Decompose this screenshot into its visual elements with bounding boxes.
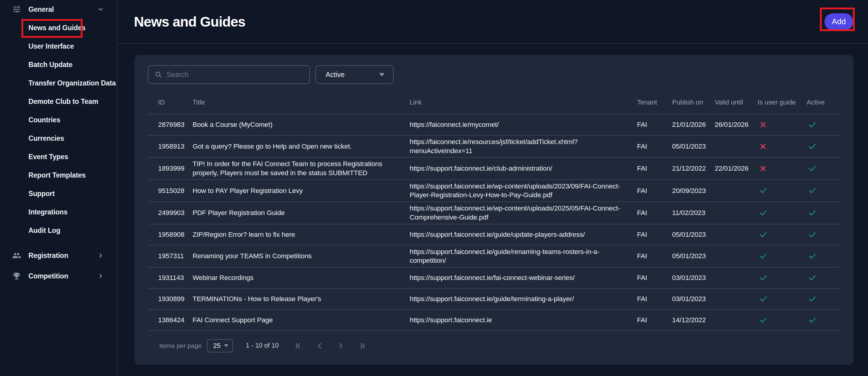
cell-link: https://support.faiconnect.ie bbox=[410, 316, 637, 324]
table-row[interactable]: 1386424 FAI Connect Support Page https:/… bbox=[148, 310, 840, 331]
add-button-wrapper: Add bbox=[825, 13, 853, 30]
sidebar-item-demote-club-to-team[interactable]: Demote Club to Team bbox=[0, 93, 117, 111]
table-row[interactable]: 2876983 Book a Course (MyComet) https://… bbox=[148, 114, 840, 136]
cell-link: https://support.faiconnect.ie/guide/rena… bbox=[410, 247, 637, 265]
next-page-button[interactable] bbox=[337, 342, 345, 350]
cell-title: Webinar Recordings bbox=[193, 273, 410, 282]
table-row[interactable]: 1930899 TERMINATIONs - How to Release Pl… bbox=[148, 289, 840, 310]
sidebar-item-batch-update[interactable]: Batch Update bbox=[0, 56, 117, 74]
cross-icon bbox=[759, 121, 767, 129]
page-size-select[interactable]: 25 bbox=[207, 339, 233, 352]
items-per-page-label: Items per page bbox=[159, 342, 202, 349]
cell-id: 1957311 bbox=[148, 251, 193, 261]
cell-title: Renaming your TEAMS in Competitions bbox=[193, 251, 410, 261]
first-page-icon bbox=[294, 342, 302, 350]
sidebar-item-label: Countries bbox=[28, 116, 60, 124]
sidebar-item-news-and-guides[interactable]: News and Guides bbox=[0, 19, 117, 37]
table-body: 2876983 Book a Course (MyComet) https://… bbox=[148, 114, 840, 331]
sidebar-item-integrations[interactable]: Integrations bbox=[0, 203, 117, 221]
table-row[interactable]: 1958913 Got a query? Please go to Help a… bbox=[148, 136, 840, 158]
sidebar-section-registration[interactable]: Registration bbox=[0, 245, 117, 266]
cell-title: TIP! In order for the FAI Connect Team t… bbox=[193, 160, 410, 177]
chevron-down-icon bbox=[97, 6, 104, 13]
cell-is-user-guide bbox=[758, 230, 807, 239]
cell-tenant: FAI bbox=[637, 164, 672, 173]
page-title: News and Guides bbox=[134, 13, 245, 30]
cell-active bbox=[807, 273, 840, 282]
cell-id: 9515028 bbox=[148, 186, 193, 195]
table-row[interactable]: 1958908 ZIP/Region Error? learn to fix h… bbox=[148, 225, 840, 245]
sidebar-item-user-interface[interactable]: User Interface bbox=[0, 37, 117, 56]
cell-id: 1931143 bbox=[148, 273, 193, 282]
chevron-right-icon bbox=[97, 273, 104, 279]
table-row[interactable]: 2499903 PDF Player Registration Guide ht… bbox=[148, 202, 840, 224]
cell-active bbox=[807, 316, 840, 324]
cell-title: TERMINATIONs - How to Release Player's bbox=[193, 295, 410, 304]
cell-is-user-guide bbox=[758, 273, 807, 282]
check-icon bbox=[759, 273, 768, 282]
cell-link: https://faiconnect.ie/resources/jsf/tick… bbox=[410, 137, 637, 155]
sidebar-section-competition[interactable]: Competition bbox=[0, 266, 117, 286]
cross-icon bbox=[759, 164, 767, 173]
app-window: General News and Guides User Interface B… bbox=[0, 0, 868, 376]
sidebar-section-label: General bbox=[28, 5, 54, 13]
check-icon bbox=[808, 142, 817, 151]
table-row[interactable]: 1957311 Renaming your TEAMS in Competiti… bbox=[148, 245, 840, 268]
table-row[interactable]: 1893999 TIP! In order for the FAI Connec… bbox=[148, 158, 840, 180]
cell-valid-until: 22/01/2026 bbox=[715, 164, 758, 173]
sidebar-item-report-templates[interactable]: Report Templates bbox=[0, 166, 117, 184]
cell-publish-on: 11/02/2023 bbox=[672, 208, 715, 217]
sidebar-item-label: User Interface bbox=[28, 42, 74, 50]
table-row[interactable]: 9515028 How to PAY Player Registration L… bbox=[148, 180, 840, 202]
first-page-button[interactable] bbox=[294, 342, 302, 350]
status-filter-select[interactable]: Active bbox=[315, 65, 394, 84]
column-header-is-user-guide: Is user guide bbox=[758, 98, 807, 106]
add-button[interactable]: Add bbox=[825, 13, 853, 30]
search-input[interactable] bbox=[166, 71, 303, 79]
last-page-button[interactable] bbox=[358, 342, 366, 350]
sidebar-item-label: Transfer Organization Data bbox=[28, 79, 116, 87]
cell-valid-until: 26/01/2026 bbox=[715, 120, 758, 129]
cell-id: 1930899 bbox=[148, 295, 193, 304]
cell-active bbox=[807, 142, 840, 151]
cell-id: 1893999 bbox=[148, 164, 193, 173]
news-and-guides-card: Active ID Title Link Tenant Publish on V… bbox=[134, 55, 854, 365]
sidebar-item-label: Report Templates bbox=[28, 171, 86, 179]
cell-title: How to PAY Player Registration Levy bbox=[193, 186, 410, 195]
chevron-left-icon bbox=[316, 342, 323, 350]
column-header-id: ID bbox=[148, 98, 193, 106]
cell-active bbox=[807, 230, 840, 239]
previous-page-button[interactable] bbox=[316, 342, 323, 350]
check-icon bbox=[808, 230, 817, 239]
sidebar-section-general[interactable]: General bbox=[0, 0, 117, 19]
sidebar-section-label: Registration bbox=[28, 251, 68, 260]
chevron-right-icon bbox=[337, 342, 345, 350]
sidebar-item-audit-log[interactable]: Audit Log bbox=[0, 221, 117, 240]
cell-link: https://support.faiconnect.ie/club-admin… bbox=[410, 164, 637, 173]
check-icon bbox=[808, 120, 817, 129]
sidebar-item-transfer-organization-data[interactable]: Transfer Organization Data bbox=[0, 74, 117, 93]
cell-active bbox=[807, 120, 840, 129]
cell-is-user-guide bbox=[758, 208, 807, 217]
table-header-row: ID Title Link Tenant Publish on Valid un… bbox=[148, 91, 840, 114]
sidebar-item-event-types[interactable]: Event Types bbox=[0, 148, 117, 166]
cell-is-user-guide bbox=[758, 316, 807, 324]
cell-title: FAI Connect Support Page bbox=[193, 316, 410, 324]
sidebar-item-countries[interactable]: Countries bbox=[0, 111, 117, 129]
check-icon bbox=[808, 251, 817, 261]
cell-is-user-guide bbox=[758, 142, 807, 151]
cell-publish-on: 05/01/2023 bbox=[672, 251, 715, 261]
cell-id: 1386424 bbox=[148, 316, 193, 324]
table-row[interactable]: 1931143 Webinar Recordings https://suppo… bbox=[148, 268, 840, 289]
cell-link: https://support.faiconnect.ie/guide/term… bbox=[410, 295, 637, 304]
sidebar-item-label: Demote Club to Team bbox=[28, 98, 98, 106]
sidebar-item-label: Audit Log bbox=[28, 227, 60, 235]
cell-tenant: FAI bbox=[637, 208, 672, 217]
check-icon bbox=[808, 208, 817, 217]
sidebar-item-currencies[interactable]: Currencies bbox=[0, 129, 117, 148]
cell-publish-on: 14/12/2022 bbox=[672, 316, 715, 324]
sidebar: General News and Guides User Interface B… bbox=[0, 0, 117, 376]
page-header: News and Guides Add bbox=[117, 0, 868, 44]
sidebar-item-support[interactable]: Support bbox=[0, 184, 117, 203]
sidebar-item-label: Currencies bbox=[28, 134, 64, 142]
